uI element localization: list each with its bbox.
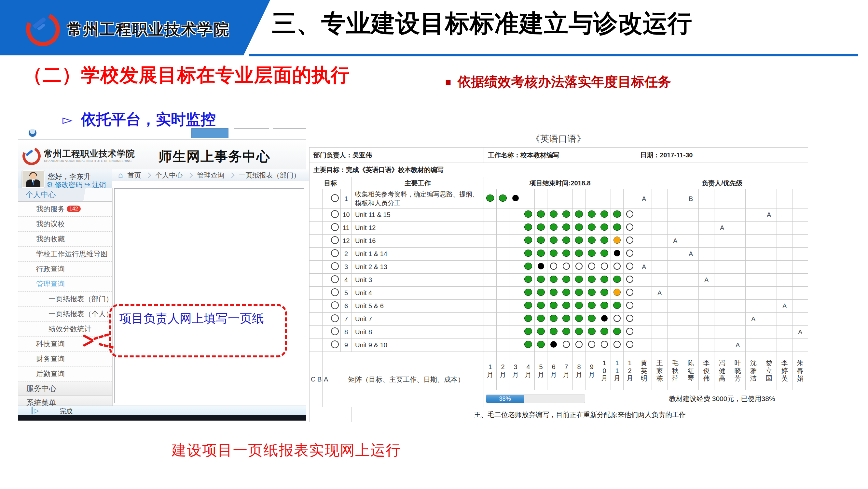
callout-box: 项目负责人网上填写一页纸 bbox=[109, 304, 287, 357]
work-description: Unit 7 bbox=[352, 313, 484, 326]
priority-assignment bbox=[714, 208, 730, 222]
priority-assignment bbox=[699, 248, 714, 261]
priority-assignment bbox=[714, 274, 730, 287]
priority-assignment bbox=[683, 300, 699, 313]
priority-assignment bbox=[699, 261, 714, 274]
priority-assignment bbox=[714, 339, 730, 352]
priority-assignment bbox=[761, 274, 777, 287]
sidebar-item-5[interactable]: 管理查询 bbox=[18, 277, 112, 292]
portal-logo-subtext: CHANGZHOU VOCATIONAL INSTITUTE OF ENGINE… bbox=[44, 160, 135, 163]
goal-radio[interactable] bbox=[331, 314, 339, 322]
dept-head-cell: 部门负责人：吴亚伟 bbox=[310, 148, 484, 163]
priority-assignment: A bbox=[730, 339, 746, 352]
breadcrumb-management[interactable]: 管理查询 bbox=[197, 171, 224, 180]
dot-empty bbox=[626, 341, 633, 348]
report-row: 12Unit 16A bbox=[310, 235, 808, 248]
sidebar-item-1[interactable]: 我的议校 bbox=[18, 217, 112, 232]
priority-assignment: A bbox=[699, 274, 714, 287]
dot-green bbox=[588, 315, 596, 322]
month-header: 9月 bbox=[586, 352, 598, 390]
dot-green bbox=[524, 263, 532, 270]
toolbar-field-1[interactable] bbox=[234, 128, 269, 138]
goal-radio[interactable] bbox=[331, 249, 339, 257]
footnote-row: 王、毛二位老师放弃编写，目前正在重新分配原来他们两人负责的工作 bbox=[310, 407, 808, 422]
priority-assignment bbox=[793, 300, 808, 313]
goal-radio[interactable] bbox=[331, 327, 339, 335]
sidebar-item-8[interactable]: 绩效分数统计 bbox=[18, 321, 112, 337]
priority-assignment bbox=[793, 339, 808, 352]
portal-screenshot: 常州工程职业技术学院 CHANGZHOU VOCATIONAL INSTITUT… bbox=[18, 127, 306, 421]
priority-assignment bbox=[793, 222, 808, 235]
col-goal-header: 目标 bbox=[310, 177, 352, 189]
dot-green bbox=[600, 328, 608, 335]
dot-green bbox=[562, 224, 570, 231]
priority-b: B bbox=[316, 352, 322, 407]
dot-green bbox=[499, 195, 507, 202]
sidebar-section-personal[interactable]: 个人中心 bbox=[18, 188, 112, 202]
toolbar-button[interactable] bbox=[191, 128, 228, 138]
priority-assignment bbox=[761, 339, 777, 352]
toolbar-field-2[interactable] bbox=[273, 128, 306, 138]
priority-assignment bbox=[777, 339, 793, 352]
priority-assignment bbox=[761, 300, 777, 313]
priority-assignment bbox=[683, 274, 699, 287]
goal-radio[interactable] bbox=[331, 223, 339, 231]
breadcrumb-personal[interactable]: 个人中心 bbox=[156, 171, 183, 180]
sidebar-item-2[interactable]: 我的收藏 bbox=[18, 232, 112, 247]
dot-green bbox=[550, 289, 558, 296]
sidebar-item-4[interactable]: 行政查询 bbox=[18, 262, 112, 277]
priority-assignment: A bbox=[714, 222, 730, 235]
bullet-performance: ■ 依据绩效考核办法落实年度目标任务 bbox=[445, 73, 671, 91]
dot-green bbox=[537, 289, 545, 296]
priority-assignment bbox=[746, 222, 761, 235]
person-header: 沈雅洁 bbox=[746, 352, 761, 390]
goal-radio[interactable] bbox=[331, 340, 339, 348]
college-logo-icon bbox=[21, 7, 64, 51]
sidebar-item-7[interactable]: 一页纸报表（个人） bbox=[18, 307, 112, 321]
goal-radio[interactable] bbox=[331, 236, 339, 244]
priority-assignment bbox=[714, 189, 730, 208]
goal-number: 8 bbox=[341, 326, 352, 339]
work-description: Unit 11 & 15 bbox=[352, 208, 484, 222]
goal-radio[interactable] bbox=[331, 288, 339, 296]
sidebar-item-3[interactable]: 学校工作运行思维导图 bbox=[18, 247, 112, 262]
sidebar-item-11[interactable]: 后勤查询 bbox=[18, 367, 112, 381]
sidebar-item-0[interactable]: 我的服务142 bbox=[18, 202, 112, 217]
goal-radio[interactable] bbox=[331, 275, 339, 283]
priority-assignment bbox=[668, 300, 683, 313]
dot-empty bbox=[576, 263, 583, 270]
priority-assignment: A bbox=[793, 326, 808, 339]
goal-number: 1 bbox=[341, 189, 352, 208]
window-bottom-bar bbox=[18, 415, 306, 421]
goal-radio[interactable] bbox=[331, 194, 339, 202]
priority-assignment bbox=[652, 326, 668, 339]
priority-assignment bbox=[777, 261, 793, 274]
report-row: 8Unit 8A bbox=[310, 326, 808, 339]
person-header: 娄立国 bbox=[761, 352, 777, 390]
priority-assignment bbox=[761, 235, 777, 248]
priority-assignment bbox=[652, 300, 668, 313]
user-panel: 您好，李东升 ⚙ 修改密码 ↪ 注销 bbox=[18, 169, 112, 188]
goal-radio[interactable] bbox=[331, 210, 339, 218]
priority-assignment bbox=[793, 313, 808, 326]
dot-empty bbox=[626, 263, 633, 270]
dot-green bbox=[613, 302, 621, 309]
sidebar-item-6[interactable]: 一页纸报表（部门） bbox=[18, 292, 112, 307]
sidebar-item-10[interactable]: 财务查询 bbox=[18, 351, 112, 367]
sidebar-section-service[interactable]: 服务中心 bbox=[18, 381, 112, 396]
priority-assignment: B bbox=[683, 189, 699, 208]
sidebar-item-label: 后勤查询 bbox=[36, 370, 65, 378]
priority-assignment bbox=[699, 235, 714, 248]
breadcrumb-report[interactable]: 一页纸报表（部门） bbox=[239, 171, 301, 180]
dot-empty bbox=[550, 263, 557, 270]
breadcrumb-home[interactable]: 首页 bbox=[128, 171, 141, 180]
dot-green bbox=[600, 236, 608, 244]
goal-radio[interactable] bbox=[331, 301, 339, 309]
priority-assignment bbox=[793, 235, 808, 248]
dot-green bbox=[524, 276, 532, 283]
home-icon: ⌂ bbox=[118, 171, 123, 180]
dot-green bbox=[524, 210, 532, 218]
goal-radio[interactable] bbox=[331, 262, 339, 270]
priority-assignment bbox=[714, 235, 730, 248]
dot-black bbox=[601, 315, 608, 321]
